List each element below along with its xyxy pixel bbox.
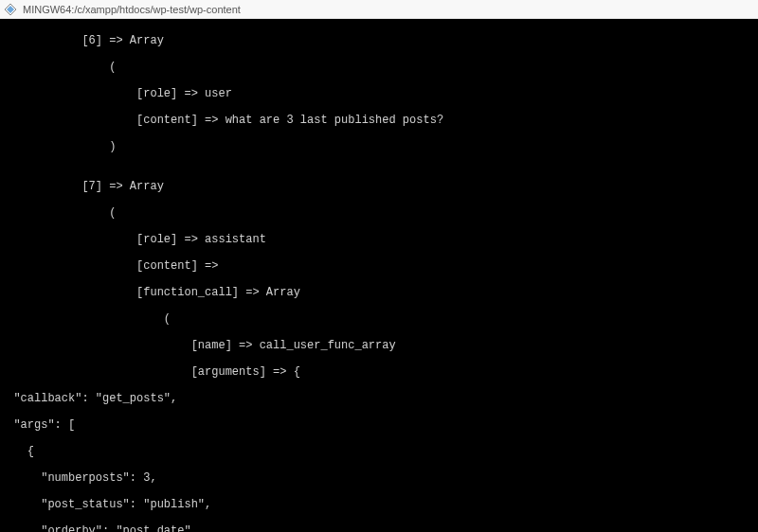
terminal-viewport[interactable]: [6] => Array ( [role] => user [content] … <box>0 19 758 532</box>
terminal-line: [arguments] => { <box>0 365 758 379</box>
window-titlebar[interactable]: MINGW64:/c/xampp/htdocs/wp-test/wp-conte… <box>0 0 758 19</box>
terminal-line: "args": [ <box>0 418 758 432</box>
terminal-line: [content] => <box>0 259 758 273</box>
terminal-line: "orderby": "post_date", <box>0 524 758 532</box>
terminal-line: "post_status": "publish", <box>0 498 758 511</box>
terminal-line: [6] => Array <box>0 34 758 47</box>
terminal-line: ( <box>0 61 758 74</box>
terminal-line: [7] => Array <box>0 180 758 193</box>
terminal-line: { <box>0 445 758 458</box>
terminal-line: "callback": "get_posts", <box>0 392 758 405</box>
terminal-line: [content] => what are 3 last published p… <box>0 114 758 127</box>
terminal-line: [role] => assistant <box>0 233 758 246</box>
terminal-line: ( <box>0 206 758 220</box>
app-icon <box>4 3 17 16</box>
terminal-line: "numberposts": 3, <box>0 471 758 485</box>
terminal-line: ) <box>0 140 758 153</box>
terminal-line: [role] => user <box>0 87 758 100</box>
terminal-line: [function_call] => Array <box>0 286 758 299</box>
terminal-line: ( <box>0 312 758 326</box>
window-title: MINGW64:/c/xampp/htdocs/wp-test/wp-conte… <box>23 4 241 15</box>
terminal-line: [name] => call_user_func_array <box>0 339 758 352</box>
